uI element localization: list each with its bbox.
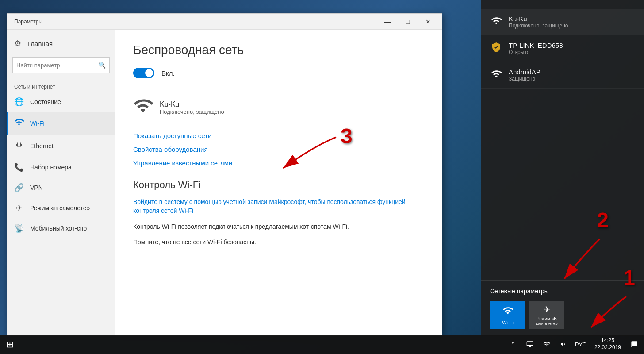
- network-status: Подключено, защищено: [160, 108, 224, 115]
- vpn-icon: 🔗: [14, 183, 24, 192]
- close-button[interactable]: ✕: [418, 15, 438, 29]
- taskbar-volume-icon[interactable]: [556, 335, 571, 354]
- taskbar-time: 14:25: [594, 337, 621, 344]
- wifi-icon: [14, 117, 24, 129]
- flyout-wifi-icon-kuku: [490, 15, 502, 29]
- maximize-button[interactable]: □: [398, 15, 418, 29]
- window-body: ⚙ Главная 🔍 Сеть и Интернет 🌐 Состояние: [7, 30, 442, 336]
- search-icon: 🔍: [98, 62, 106, 69]
- flyout-wifi-icon-androidap: [490, 69, 502, 82]
- taskbar-wifi-icon[interactable]: [539, 335, 555, 354]
- sidebar-item-airplane[interactable]: ✈ Режим «в самолете»: [7, 198, 115, 218]
- flyout-network-name-androidap: AndroidAP: [509, 68, 540, 76]
- sidebar-label-ethernet: Ethernet: [30, 142, 54, 150]
- flyout-network-details-androidap: AndroidAP Защищено: [509, 68, 540, 82]
- wifi-sense-link[interactable]: Войдите в систему с помощью учетной запи…: [133, 198, 424, 215]
- taskbar-display-icon[interactable]: [522, 335, 538, 354]
- flyout-network-details-kuku: Ku-Ku Подключено, защищено: [509, 15, 568, 29]
- taskbar-date: 22.02.2019: [594, 344, 621, 351]
- sidebar-label-airplane: Режим «в самолете»: [30, 204, 90, 212]
- main-content: Беспроводная сеть Вкл. Ku-Ku Подключено,…: [115, 30, 442, 336]
- flyout-shield-icon-tplink: [490, 42, 502, 55]
- wifi-quick-action[interactable]: Wi-Fi: [490, 301, 525, 329]
- toggle-row: Вкл.: [133, 68, 424, 78]
- connected-network-card: Ku-Ku Подключено, защищено: [133, 91, 424, 125]
- taskbar-notification-icon[interactable]: [626, 335, 642, 354]
- sidebar-item-status[interactable]: 🌐 Состояние: [7, 92, 115, 112]
- flyout-network-status-tplink: Открыто: [509, 49, 563, 55]
- airplane-quick-icon: ✈: [543, 304, 551, 315]
- wifi-quick-label: Wi-Fi: [502, 320, 514, 325]
- search-input[interactable]: [16, 62, 98, 69]
- connected-wifi-icon: [133, 96, 153, 119]
- window-title: Параметры: [14, 19, 42, 25]
- network-name: Ku-Ku: [160, 100, 224, 108]
- taskbar-chevron[interactable]: ^: [505, 335, 521, 354]
- hotspot-icon: 📡: [14, 223, 24, 233]
- airplane-icon: ✈: [14, 203, 24, 213]
- sidebar-item-wifi[interactable]: Wi-Fi: [7, 112, 115, 135]
- sidebar-item-vpn[interactable]: 🔗 VPN: [7, 177, 115, 198]
- airplane-quick-action[interactable]: ✈ Режим «В самолете»: [529, 301, 564, 329]
- network-flyout: Ku-Ku Подключено, защищено TP-LINK_EDD65…: [481, 0, 644, 336]
- taskbar-language[interactable]: РУС: [572, 341, 589, 348]
- taskbar-clock[interactable]: 14:25 22.02.2019: [590, 337, 625, 351]
- search-box[interactable]: 🔍: [12, 57, 110, 73]
- sidebar-item-hotspot[interactable]: 📡 Мобильный хот-спот: [7, 218, 115, 239]
- sidebar: ⚙ Главная 🔍 Сеть и Интернет 🌐 Состояние: [7, 30, 115, 336]
- wifi-sense-title: Контроль Wi-Fi: [133, 179, 424, 191]
- quick-actions: Wi-Fi ✈ Режим «В самолете»: [490, 301, 635, 329]
- flyout-network-name-tplink: TP-LINK_EDD658: [509, 42, 563, 49]
- dialup-icon: 📞: [14, 162, 24, 172]
- wifi-toggle[interactable]: [133, 68, 154, 78]
- flyout-network-tplink[interactable]: TP-LINK_EDD658 Открыто: [481, 35, 644, 62]
- sidebar-section-label: Сеть и Интернет: [7, 80, 115, 92]
- sidebar-label-dialup: Набор номера: [30, 164, 72, 171]
- network-settings-link[interactable]: Сетевые параметры: [490, 288, 635, 295]
- sidebar-label-status: Состояние: [30, 98, 61, 105]
- sidebar-item-dialup[interactable]: 📞 Набор номера: [7, 157, 115, 177]
- taskbar-right: ^ РУС 14:25 22.02.2019: [505, 335, 644, 354]
- flyout-network-name-kuku: Ku-Ku: [509, 15, 568, 23]
- flyout-network-details-tplink: TP-LINK_EDD658 Открыто: [509, 42, 563, 55]
- adapter-properties-link[interactable]: Свойства оборудования: [133, 146, 424, 153]
- title-bar: Параметры — □ ✕: [7, 14, 442, 30]
- manage-known-link[interactable]: Управление известными сетями: [133, 159, 424, 167]
- sidebar-label-vpn: VPN: [30, 184, 43, 191]
- sidebar-home[interactable]: ⚙ Главная: [7, 33, 115, 54]
- ethernet-icon: [14, 140, 24, 152]
- status-icon: 🌐: [14, 97, 24, 107]
- desktop: Параметры — □ ✕ ⚙ Главная 🔍 Сеть и Интер…: [0, 0, 644, 354]
- sidebar-label-hotspot: Мобильный хот-спот: [30, 225, 89, 232]
- start-button[interactable]: ⊞: [0, 335, 19, 354]
- flyout-network-status-androidap: Защищено: [509, 76, 540, 82]
- wifi-sense-desc1: Контроль Wi-Fi позволяет подключаться к …: [133, 222, 424, 231]
- sidebar-item-ethernet[interactable]: Ethernet: [7, 135, 115, 157]
- network-info: Ku-Ku Подключено, защищено: [160, 100, 224, 115]
- home-label: Главная: [27, 40, 53, 47]
- sidebar-label-wifi: Wi-Fi: [30, 120, 45, 127]
- settings-window: Параметры — □ ✕ ⚙ Главная 🔍 Сеть и Интер…: [7, 13, 442, 336]
- home-icon: ⚙: [14, 38, 21, 48]
- wifi-sense-desc2: Помните, что не все сети Wi-Fi безопасны…: [133, 238, 424, 247]
- taskbar: ⊞ ^ РУС 14:25 22.02.2019: [0, 335, 644, 354]
- show-networks-link[interactable]: Показать доступные сети: [133, 132, 424, 139]
- flyout-bottom: Сетевые параметры Wi-Fi ✈ Режим «В самол…: [481, 280, 644, 336]
- flyout-network-status-kuku: Подключено, защищено: [509, 23, 568, 29]
- window-controls: — □ ✕: [377, 15, 438, 29]
- flyout-network-androidap[interactable]: AndroidAP Защищено: [481, 62, 644, 88]
- flyout-network-kuku[interactable]: Ku-Ku Подключено, защищено: [481, 9, 644, 35]
- wifi-quick-icon: [502, 305, 513, 318]
- airplane-quick-label: Режим «В самолете»: [529, 316, 564, 326]
- minimize-button[interactable]: —: [377, 15, 398, 29]
- toggle-label: Вкл.: [161, 69, 175, 77]
- page-title: Беспроводная сеть: [133, 43, 424, 57]
